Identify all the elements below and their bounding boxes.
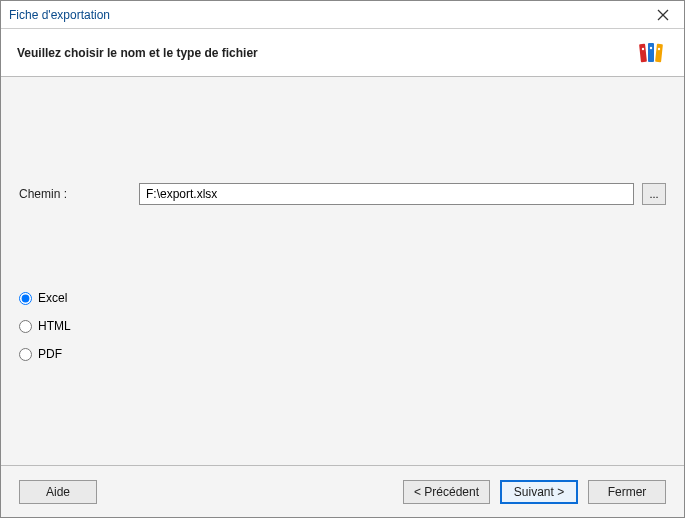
radio-excel[interactable]: Excel [19, 291, 71, 305]
browse-button[interactable]: ... [642, 183, 666, 205]
radio-excel-label: Excel [38, 291, 67, 305]
binders-icon [638, 41, 668, 65]
radio-html[interactable]: HTML [19, 319, 71, 333]
radio-html-label: HTML [38, 319, 71, 333]
svg-rect-3 [648, 43, 654, 62]
export-wizard-window: Fiche d'exportation Veuillez choisir le … [0, 0, 685, 518]
previous-button[interactable]: < Précédent [403, 480, 490, 504]
svg-point-6 [650, 46, 652, 48]
footer-right: < Précédent Suivant > Fermer [403, 480, 666, 504]
svg-point-7 [658, 47, 660, 49]
svg-rect-2 [639, 43, 647, 62]
format-radio-group: Excel HTML PDF [19, 291, 71, 375]
radio-pdf[interactable]: PDF [19, 347, 71, 361]
close-button[interactable]: Fermer [588, 480, 666, 504]
path-label: Chemin : [19, 187, 139, 201]
radio-pdf-input[interactable] [19, 348, 32, 361]
svg-point-5 [642, 47, 644, 49]
close-icon[interactable] [648, 4, 678, 26]
wizard-subtitle: Veuillez choisir le nom et le type de fi… [17, 46, 258, 60]
path-row: Chemin : ... [19, 183, 666, 205]
window-title: Fiche d'exportation [9, 8, 110, 22]
radio-excel-input[interactable] [19, 292, 32, 305]
radio-pdf-label: PDF [38, 347, 62, 361]
wizard-footer: Aide < Précédent Suivant > Fermer [1, 465, 684, 517]
help-button[interactable]: Aide [19, 480, 97, 504]
path-input[interactable] [139, 183, 634, 205]
next-button[interactable]: Suivant > [500, 480, 578, 504]
radio-html-input[interactable] [19, 320, 32, 333]
wizard-header: Veuillez choisir le nom et le type de fi… [1, 29, 684, 77]
wizard-content: Chemin : ... Excel HTML PDF [1, 77, 684, 465]
svg-rect-4 [655, 43, 663, 62]
titlebar: Fiche d'exportation [1, 1, 684, 29]
